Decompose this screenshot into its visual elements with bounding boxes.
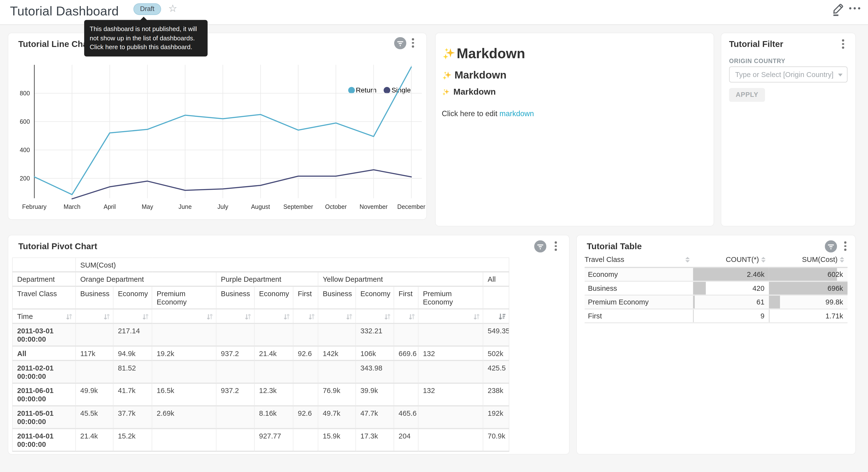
svg-text:June: June [179, 203, 192, 210]
sort-carets-icon [685, 257, 690, 262]
pivot-row: 2011-06-01 00:00:00 49.9k41.7k16.5k 937.… [12, 383, 509, 406]
column-header-count[interactable]: COUNT(*) [693, 253, 769, 268]
sort-descending-icon[interactable] [498, 313, 506, 322]
column-header-travel-class[interactable]: Travel Class [585, 253, 693, 268]
sort-arrows-icon[interactable] [409, 313, 415, 322]
svg-text:600: 600 [20, 118, 30, 125]
markdown-h2: Markdown [442, 69, 507, 82]
draft-badge[interactable]: Draft [133, 3, 161, 15]
table-row: Premium Economy 61 99.8k [585, 295, 847, 309]
pivot-row: 2011-04-01 00:00:00 21.4k15.2k 927.77 15… [12, 429, 509, 451]
draft-tooltip: This dashboard is not published, it will… [84, 20, 208, 56]
svg-text:200: 200 [20, 175, 30, 182]
table-row: First 9 1.71k [585, 309, 847, 323]
table-row: Economy 2.46k 602k [585, 268, 847, 282]
sort-arrows-icon[interactable] [245, 313, 251, 322]
line-chart-plot: FebruaryMarchAprilMayJuneJulyAugustSepte… [8, 64, 426, 219]
chevron-down-icon [838, 73, 843, 76]
favorite-star-icon[interactable]: ☆ [168, 2, 177, 14]
pivot-row: 2011-05-01 00:00:00 45.5k37.7k2.69k 8.16… [12, 406, 509, 429]
svg-text:April: April [104, 203, 116, 210]
svg-text:September: September [283, 203, 313, 210]
dept-group: Yellow Department [318, 272, 483, 286]
table-card: Tutorial Table Travel Class COUNT(*) [577, 235, 855, 454]
svg-text:August: August [251, 203, 270, 210]
sparkles-icon [442, 88, 450, 96]
svg-text:July: July [217, 203, 228, 210]
sparkles-icon [442, 70, 452, 81]
pivot-metric-label: SUM(Cost) [75, 258, 509, 272]
all-column-label: All [483, 272, 509, 286]
tooltip-line: This dashboard is not published, it will [90, 25, 202, 33]
data-table: Travel Class COUNT(*) SUM(Cost) Economy … [585, 253, 847, 324]
sort-arrows-icon[interactable] [142, 313, 149, 322]
line-chart-menu-icon[interactable] [410, 36, 416, 49]
svg-text:November: November [360, 203, 388, 210]
sort-carets-icon [761, 257, 766, 262]
sort-arrows-icon[interactable] [66, 313, 72, 322]
sort-carets-icon [840, 257, 844, 262]
sort-arrows-icon[interactable] [206, 313, 213, 322]
markdown-h1: Markdown [442, 46, 525, 62]
edit-pencil-icon[interactable] [832, 2, 845, 17]
pivot-table: SUM(Cost) Department Orange Department P… [12, 258, 509, 452]
pivot-department-row: Department Orange Department Purple Depa… [12, 272, 509, 286]
pivot-chart-card: Tutorial Pivot Chart SUM(Cost) Departmen… [8, 235, 569, 454]
markdown-edit-link[interactable]: markdown [499, 110, 534, 118]
pivot-card-title: Tutorial Pivot Chart [18, 241, 97, 252]
markdown-paragraph: Click here to edit markdown [442, 110, 534, 118]
table-card-menu-icon[interactable] [843, 240, 848, 252]
column-header-sum-cost[interactable]: SUM(Cost) [769, 253, 847, 268]
filter-card: Tutorial Filter ORIGIN COUNTRY Type or S… [721, 33, 855, 226]
origin-country-label: ORIGIN COUNTRY [729, 57, 785, 64]
svg-text:400: 400 [20, 147, 30, 153]
apply-button[interactable]: APPLY [729, 88, 765, 102]
pivot-card-menu-icon[interactable] [553, 240, 558, 252]
select-placeholder: Type or Select [Origin Country] [735, 70, 834, 79]
sort-arrows-icon[interactable] [103, 313, 110, 322]
svg-text:March: March [64, 203, 81, 210]
table-header-row: Travel Class COUNT(*) SUM(Cost) [585, 253, 847, 268]
sort-arrows-icon[interactable] [283, 313, 290, 322]
pivot-row: 2011-03-01 00:00:00 217.14 332.21 549.35 [12, 323, 509, 346]
pivot-row: 2011-02-01 00:00:00 81.52 343.98 425.5 [12, 360, 509, 383]
sort-arrows-icon[interactable] [308, 313, 315, 322]
sort-arrows-icon[interactable] [346, 313, 352, 322]
filter-circle-icon[interactable] [825, 240, 837, 253]
origin-country-select[interactable]: Type or Select [Origin Country] [729, 66, 848, 83]
filter-circle-icon[interactable] [534, 240, 547, 253]
dept-group: Orange Department [75, 272, 216, 286]
filter-card-title: Tutorial Filter [729, 39, 783, 50]
pivot-row: All 117k94.9k19.2k 937.221.4k92.6 142k10… [12, 346, 509, 360]
svg-text:800: 800 [20, 90, 30, 97]
table-row: Business 420 696k [585, 281, 847, 295]
svg-text:December: December [397, 203, 426, 210]
line-chart-card: Tutorial Line Chart Return Single Februa… [8, 33, 426, 219]
tooltip-line: not show up in the list of dashboards. [90, 33, 202, 42]
table-card-title: Tutorial Table [587, 241, 642, 252]
pivot-time-sort-row: Time [12, 309, 509, 323]
markdown-h3: Markdown [442, 87, 496, 97]
filter-card-menu-icon[interactable] [840, 38, 846, 50]
tooltip-line: Click here to publish this dashboard. [90, 42, 202, 52]
markdown-card: Markdown Markdown Markdown Click here to… [436, 33, 714, 226]
filter-circle-icon[interactable] [394, 37, 406, 50]
sort-arrows-icon[interactable] [473, 313, 480, 322]
svg-text:October: October [325, 203, 347, 210]
svg-text:February: February [22, 203, 47, 210]
pivot-metric-row: SUM(Cost) [12, 258, 509, 272]
line-chart-title: Tutorial Line Chart [18, 39, 94, 50]
svg-text:May: May [142, 203, 153, 210]
sparkles-icon [442, 46, 456, 61]
page-title: Tutorial Dashboard [10, 4, 119, 19]
pivot-class-row: Travel Class Business Economy Premium Ec… [12, 286, 509, 309]
sort-arrows-icon[interactable] [384, 313, 391, 322]
dept-group: Purple Department [216, 272, 318, 286]
header-menu-icon[interactable] [849, 7, 860, 9]
